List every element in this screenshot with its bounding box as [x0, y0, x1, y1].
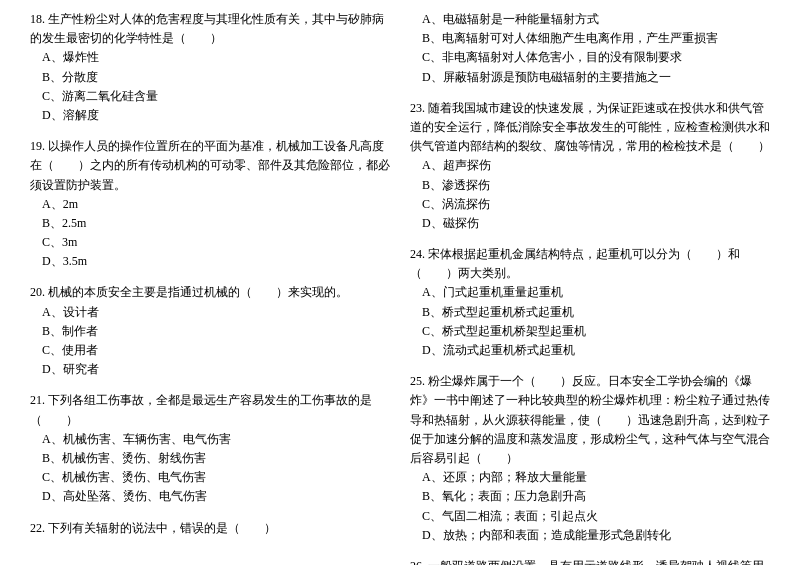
- question-20-optD: D、研究者: [30, 360, 390, 379]
- question-20: 20. 机械的本质安全主要是指通过机械的（ ）来实现的。 A、设计者 B、制作者…: [30, 283, 390, 379]
- question-21-optC: C、机械伤害、烫伤、电气伤害: [30, 468, 390, 487]
- question-25-title: 25. 粉尘爆炸属于一个（ ）反应。日本安全工学协会编的《爆炸》一书中阐述了一种…: [410, 372, 770, 468]
- question-21-optA: A、机械伤害、车辆伤害、电气伤害: [30, 430, 390, 449]
- question-20-optA: A、设计者: [30, 303, 390, 322]
- question-22-optA: A、电磁辐射是一种能量辐射方式: [410, 10, 770, 29]
- question-23-optA: A、超声探伤: [410, 156, 770, 175]
- question-23-optC: C、涡流探伤: [410, 195, 770, 214]
- question-24-optB: B、桥式型起重机桥式起重机: [410, 303, 770, 322]
- question-24-optD: D、流动式起重机桥式起重机: [410, 341, 770, 360]
- question-23-optB: B、渗透探伤: [410, 176, 770, 195]
- question-18-optA: A、爆炸性: [30, 48, 390, 67]
- question-21-optB: B、机械伤害、烫伤、射线伤害: [30, 449, 390, 468]
- question-22-title: 22. 下列有关辐射的说法中，错误的是（ ）: [30, 519, 390, 538]
- right-column: A、电磁辐射是一种能量辐射方式 B、电离辐射可对人体细胞产生电离作用，产生严重损…: [410, 10, 770, 565]
- question-25-optB: B、氧化；表面；压力急剧升高: [410, 487, 770, 506]
- left-column: 18. 生产性粉尘对人体的危害程度与其理化性质有关，其中与矽肺病的发生最密切的化…: [30, 10, 390, 565]
- question-21: 21. 下列各组工伤事故，全都是最远生产容易发生的工伤事故的是（ ） A、机械伤…: [30, 391, 390, 506]
- question-18-title: 18. 生产性粉尘对人体的危害程度与其理化性质有关，其中与矽肺病的发生最密切的化…: [30, 10, 390, 48]
- question-18-optB: B、分散度: [30, 68, 390, 87]
- question-25-optD: D、放热；内部和表面；造成能量形式急剧转化: [410, 526, 770, 545]
- question-25-optA: A、还原；内部；释放大量能量: [410, 468, 770, 487]
- question-18-optC: C、游离二氧化硅含量: [30, 87, 390, 106]
- question-22: 22. 下列有关辐射的说法中，错误的是（ ）: [30, 519, 390, 538]
- question-20-title: 20. 机械的本质安全主要是指通过机械的（ ）来实现的。: [30, 283, 390, 302]
- question-22-optD: D、屏蔽辐射源是预防电磁辐射的主要措施之一: [410, 68, 770, 87]
- question-22-optB: B、电离辐射可对人体细胞产生电离作用，产生严重损害: [410, 29, 770, 48]
- question-19-optA: A、2m: [30, 195, 390, 214]
- question-21-optD: D、高处坠落、烫伤、电气伤害: [30, 487, 390, 506]
- question-24: 24. 宋体根据起重机金属结构特点，起重机可以分为（ ）和（ ）两大类别。 A、…: [410, 245, 770, 360]
- question-19-optC: C、3m: [30, 233, 390, 252]
- question-24-optA: A、门式起重机重量起重机: [410, 283, 770, 302]
- question-18: 18. 生产性粉尘对人体的危害程度与其理化性质有关，其中与矽肺病的发生最密切的化…: [30, 10, 390, 125]
- question-18-optD: D、溶解度: [30, 106, 390, 125]
- question-19: 19. 以操作人员的操作位置所在的平面为基准，机械加工设备凡高度在（ ）之内的所…: [30, 137, 390, 271]
- question-19-optB: B、2.5m: [30, 214, 390, 233]
- question-25-optC: C、气固二相流；表面；引起点火: [410, 507, 770, 526]
- question-22-options: A、电磁辐射是一种能量辐射方式 B、电离辐射可对人体细胞产生电离作用，产生严重损…: [410, 10, 770, 87]
- question-20-optC: C、使用者: [30, 341, 390, 360]
- question-23-title: 23. 随着我国城市建设的快速发展，为保证距速或在投供水和供气管道的安全运行，降…: [410, 99, 770, 157]
- question-23-optD: D、磁探伤: [410, 214, 770, 233]
- question-22-optC: C、非电离辐射对人体危害小，目的没有限制要求: [410, 48, 770, 67]
- question-26-title: 26. 一般双道路两侧设置，具有用示道路线形，诱导驾驶人视线等用途的道路交通安全…: [410, 557, 770, 565]
- question-24-optC: C、桥式型起重机桥架型起重机: [410, 322, 770, 341]
- question-23: 23. 随着我国城市建设的快速发展，为保证距速或在投供水和供气管道的安全运行，降…: [410, 99, 770, 233]
- question-19-optD: D、3.5m: [30, 252, 390, 271]
- question-19-title: 19. 以操作人员的操作位置所在的平面为基准，机械加工设备凡高度在（ ）之内的所…: [30, 137, 390, 195]
- question-21-title: 21. 下列各组工伤事故，全都是最远生产容易发生的工伤事故的是（ ）: [30, 391, 390, 429]
- question-25: 25. 粉尘爆炸属于一个（ ）反应。日本安全工学协会编的《爆炸》一书中阐述了一种…: [410, 372, 770, 545]
- question-26: 26. 一般双道路两侧设置，具有用示道路线形，诱导驾驶人视线等用途的道路交通安全…: [410, 557, 770, 565]
- question-24-title: 24. 宋体根据起重机金属结构特点，起重机可以分为（ ）和（ ）两大类别。: [410, 245, 770, 283]
- question-20-optB: B、制作者: [30, 322, 390, 341]
- page-content: 18. 生产性粉尘对人体的危害程度与其理化性质有关，其中与矽肺病的发生最密切的化…: [30, 10, 770, 565]
